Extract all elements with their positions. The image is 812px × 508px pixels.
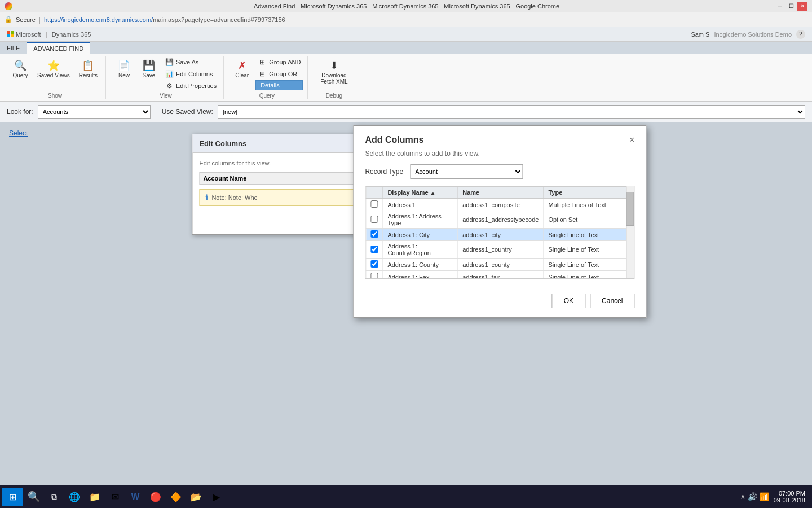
new-icon: 📄 xyxy=(117,59,131,72)
taskbar-app-crm[interactable]: 🔶 xyxy=(167,488,185,506)
row-checkbox[interactable] xyxy=(370,200,378,208)
tray-volume-icon[interactable]: 🔊 xyxy=(748,492,757,501)
name-header[interactable]: Name xyxy=(458,187,544,199)
edit-properties-icon: ⚙ xyxy=(165,81,174,90)
minimize-button[interactable]: ─ xyxy=(775,2,785,11)
user-section: Sam S Inogicdemo Solutions Demo ? xyxy=(691,30,805,39)
row-checkbox[interactable] xyxy=(370,216,378,223)
window-controls: ─ ☐ ✕ xyxy=(775,2,807,11)
save-button[interactable]: 💾 Save xyxy=(138,56,160,81)
explorer-icon: 📁 xyxy=(89,492,100,502)
look-for-select[interactable]: Accounts xyxy=(38,105,151,119)
tab-file[interactable]: FILE xyxy=(0,42,27,54)
display-name-cell: Address 1: County xyxy=(383,259,458,271)
add-columns-header: Add Columns × xyxy=(354,126,646,150)
edit-columns-icon: 📊 xyxy=(165,69,174,78)
taskbar-app-media[interactable]: ▶ xyxy=(208,488,226,506)
taskbar-date-display: 09-08-2018 xyxy=(774,497,805,503)
check-header xyxy=(366,187,383,199)
taskbar-app-explorer[interactable]: 📁 xyxy=(86,488,104,506)
row-checkbox[interactable] xyxy=(370,230,378,238)
taskbar-app-chrome[interactable]: 🔴 xyxy=(147,488,165,506)
display-name-cell: Address 1: Country/Region xyxy=(383,241,458,259)
tray-network-icon[interactable]: 📶 xyxy=(760,492,769,501)
row-checkbox[interactable] xyxy=(370,260,378,268)
new-button[interactable]: 📄 New xyxy=(113,56,135,81)
taskbar-app-outlook[interactable]: ✉ xyxy=(106,488,124,506)
record-type-select[interactable]: Account xyxy=(410,164,523,179)
display-name-cell: Address 1 xyxy=(383,199,458,211)
task-view-icon: ⧉ xyxy=(51,492,57,502)
taskbar-search-button[interactable]: 🔍 xyxy=(25,488,43,506)
table-row[interactable]: Address 1: City address1_city Single Lin… xyxy=(366,229,634,241)
look-for-label: Look for: xyxy=(7,108,33,116)
new-label: New xyxy=(118,72,130,78)
title-bar: Advanced Find - Microsoft Dynamics 365 -… xyxy=(0,0,812,12)
tab-advanced-find[interactable]: ADVANCED FIND xyxy=(27,42,90,54)
group-or-button[interactable]: ⊟ Group OR xyxy=(255,68,303,80)
results-button[interactable]: 📋 Results xyxy=(76,56,101,81)
url-domain: https://inogicdemo.crm8.dynamics.com/ xyxy=(44,16,153,23)
add-columns-cancel-button[interactable]: Cancel xyxy=(590,294,634,308)
save-icon: 💾 xyxy=(142,59,156,72)
table-row[interactable]: Address 1: County address1_county Single… xyxy=(366,259,634,271)
saved-views-button[interactable]: ⭐ Saved Views xyxy=(34,56,73,81)
display-name-header[interactable]: Display Name ▲ xyxy=(383,187,458,199)
columns-table-header-row: Display Name ▲ Name Type xyxy=(366,187,634,199)
taskbar-app-ie[interactable]: 🌐 xyxy=(65,488,83,506)
table-row[interactable]: Address 1: Address Type address1_address… xyxy=(366,211,634,229)
ribbon-group-view: 📄 New 💾 Save 💾 Save As 📊 Edit Columns xyxy=(108,56,224,99)
query-button[interactable]: 🔍 Query xyxy=(9,56,32,81)
table-row[interactable]: Address 1: Fax address1_fax Single Line … xyxy=(366,271,634,279)
scrollbar-thumb[interactable] xyxy=(626,192,634,226)
crm-icon: 🔶 xyxy=(170,492,182,502)
taskbar-clock[interactable]: 07:00 PM 09-08-2018 xyxy=(774,490,805,503)
query-sm-buttons: ⊞ Group AND ⊟ Group OR Details xyxy=(255,56,303,90)
add-columns-ok-button[interactable]: OK xyxy=(552,294,585,308)
save-as-label: Save As xyxy=(176,59,198,65)
name-cell: address1_country xyxy=(458,241,544,259)
scrollbar-track[interactable] xyxy=(626,186,634,278)
secure-icon: 🔒 xyxy=(5,16,12,23)
taskbar-app-word[interactable]: W xyxy=(126,488,144,506)
start-button[interactable]: ⊞ xyxy=(2,488,23,506)
row-checkbox[interactable] xyxy=(370,246,378,253)
show-group-label: Show xyxy=(48,93,62,99)
edit-columns-label: Edit Columns xyxy=(176,71,213,77)
close-button[interactable]: ✕ xyxy=(797,2,807,11)
type-cell: Single Line of Text xyxy=(544,271,634,279)
query-label: Query xyxy=(12,72,28,78)
tray-caret[interactable]: ∧ xyxy=(740,493,745,501)
add-columns-close-button[interactable]: × xyxy=(629,135,634,145)
use-saved-view-select[interactable]: [new] xyxy=(218,105,805,119)
edit-columns-button[interactable]: 📊 Edit Columns xyxy=(162,68,219,80)
select-link[interactable]: Select xyxy=(5,127,32,139)
row-checkbox[interactable] xyxy=(370,273,378,279)
taskbar-app-folder2[interactable]: 📂 xyxy=(187,488,205,506)
type-cell: Single Line of Text xyxy=(544,241,634,259)
clear-button[interactable]: ✗ Clear xyxy=(231,56,253,81)
name-cell: address1_composite xyxy=(458,199,544,211)
content-area: Select Edit Columns × Edit columns for t… xyxy=(0,122,812,504)
ribbon-content: 🔍 Query ⭐ Saved Views 📋 Results Show 📄 xyxy=(0,54,812,101)
edit-properties-button[interactable]: ⚙ Edit Properties xyxy=(162,80,219,91)
taskbar-task-view-button[interactable]: ⧉ xyxy=(45,488,63,506)
type-header[interactable]: Type xyxy=(544,187,634,199)
outlook-icon: ✉ xyxy=(112,492,119,502)
query-icon: 🔍 xyxy=(14,59,27,72)
edit-columns-title: Edit Columns xyxy=(199,139,246,148)
username[interactable]: Sam S xyxy=(691,31,709,38)
table-row[interactable]: Address 1 address1_composite Multiple Li… xyxy=(366,199,634,211)
table-row[interactable]: Address 1: Country/Region address1_count… xyxy=(366,241,634,259)
address-bar: 🔒 Secure | https://inogicdemo.crm8.dynam… xyxy=(0,12,812,27)
download-fetch-xml-button[interactable]: ⬇ Download Fetch XML xyxy=(315,56,353,87)
results-icon: 📋 xyxy=(81,59,95,72)
edit-properties-label: Edit Properties xyxy=(176,82,217,89)
help-button[interactable]: ? xyxy=(796,30,805,39)
group-and-button[interactable]: ⊞ Group AND xyxy=(255,56,303,68)
view-sm-buttons: 💾 Save As 📊 Edit Columns ⚙ Edit Properti… xyxy=(162,56,219,91)
save-as-button[interactable]: 💾 Save As xyxy=(162,56,219,68)
details-button[interactable]: Details xyxy=(255,80,303,90)
address-display[interactable]: https://inogicdemo.crm8.dynamics.com/mai… xyxy=(44,16,285,23)
maximize-button[interactable]: ☐ xyxy=(786,2,796,11)
